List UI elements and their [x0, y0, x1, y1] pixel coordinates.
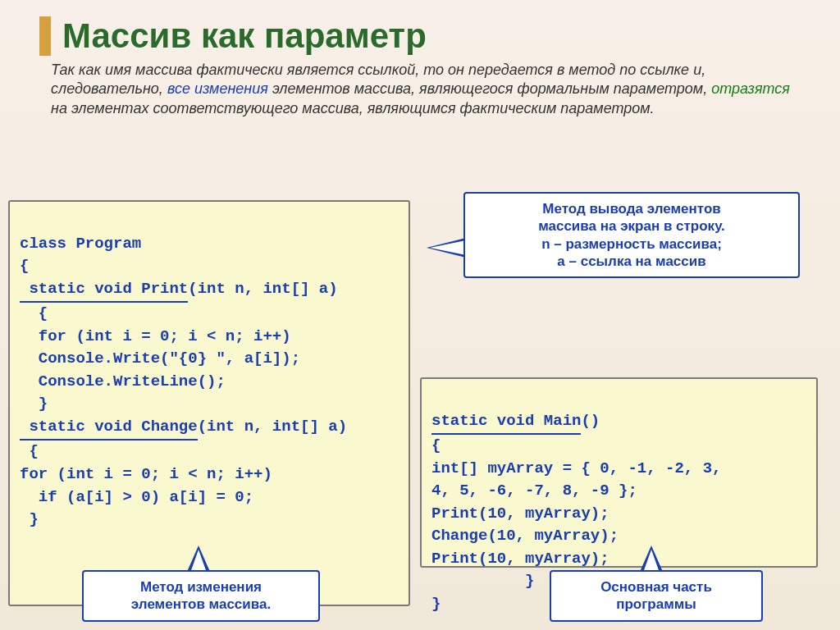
code-line: 4, 5, -6, -7, 8, -9 };: [431, 482, 637, 500]
code-line: }: [20, 395, 48, 413]
code-line: for (int i = 0; i < n; i++): [20, 465, 272, 483]
code-line: Print(10, myArray);: [431, 550, 609, 568]
page-title: Массив как параметр: [62, 16, 807, 56]
code-line: (int n, int[] a): [188, 280, 337, 298]
callout-line: Основная часть: [561, 578, 751, 596]
code-block-right: static void Main() { int[] myArray = { 0…: [420, 377, 818, 568]
callout-method-change: Метод изменения элементов массива.: [82, 570, 320, 622]
code-line: {: [20, 442, 39, 460]
code-line: {: [20, 304, 48, 322]
intro-em2: отразятся: [711, 80, 790, 97]
callout-main-part: Основная часть программы: [550, 570, 763, 622]
code-underline: static void Change: [20, 416, 198, 441]
code-line: }: [20, 510, 39, 528]
intro-text: Так как имя массива фактически является …: [51, 61, 807, 118]
code-line: class Program: [20, 235, 141, 253]
intro-mid1: элементов массива, являющегося формальны…: [268, 80, 711, 97]
intro-mid2: на элементах соответствующего массива, я…: [51, 100, 655, 116]
callout-tail: [427, 238, 466, 258]
code-line: int[] myArray = { 0, -1, -2, 3,: [431, 459, 721, 477]
callout-tail: [640, 546, 663, 572]
code-line: Print(10, myArray);: [431, 504, 609, 523]
code-underline: static void Main: [431, 410, 581, 436]
code-underline: static void Print: [20, 278, 188, 304]
callout-line: массива на экран в строку.: [475, 217, 788, 235]
code-line: Change(10, myArray);: [431, 527, 619, 545]
code-line: Console.WriteLine();: [20, 372, 226, 390]
intro-em1: все изменения: [167, 80, 268, 97]
callout-line: a – ссылка на массив: [475, 253, 788, 270]
title-block: Массив как параметр: [39, 16, 807, 56]
code-line: }: [431, 595, 441, 613]
code-line: for (int i = 0; i < n; i++): [20, 327, 291, 345]
callout-line: программы: [561, 596, 751, 613]
code-line: {: [20, 257, 29, 275]
code-line: (): [581, 412, 600, 430]
callout-method-output: Метод вывода элементов массива на экран …: [463, 192, 800, 278]
code-line: {: [431, 436, 441, 454]
callout-tail: [187, 546, 210, 572]
callout-line: элементов массива.: [94, 596, 308, 613]
code-line: Console.Write("{0} ", a[i]);: [20, 349, 300, 368]
callout-line: Метод вывода элементов: [475, 200, 788, 217]
callout-line: n – размерность массива;: [475, 235, 788, 253]
code-line: if (a[i] > 0) a[i] = 0;: [20, 488, 253, 506]
callout-line: Метод изменения: [94, 578, 308, 596]
code-line: }: [431, 572, 534, 590]
code-line: (int n, int[] a): [198, 418, 347, 436]
